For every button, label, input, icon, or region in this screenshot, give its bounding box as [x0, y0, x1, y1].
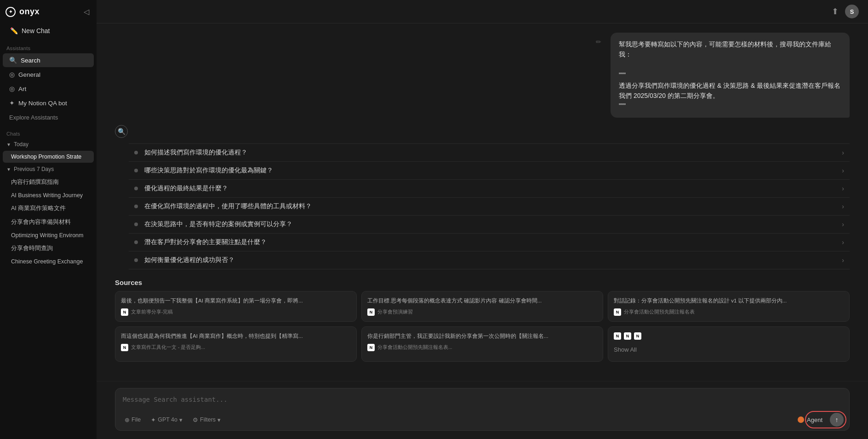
- question-item-5[interactable]: 在決策思路中，是否有特定的案例或實例可以分享？ ›: [129, 215, 850, 233]
- source-card-2[interactable]: 工作目標 思考每個段落的概念表達方式 確認影片內容 確認分享會時間... N 分…: [361, 291, 603, 322]
- questions-list: 如何描述我們寫作環境的優化過程？ › 哪些決策思路對於寫作環境的優化最為關鍵？ …: [129, 143, 850, 269]
- source-card-3[interactable]: 對話記錄：分享會活動公開預先關注報名的設計 v1 以下提供兩部分內... N 分…: [608, 291, 850, 322]
- topbar-icons: ⬆ S: [832, 5, 859, 18]
- chat-item-sharing-prep[interactable]: 分享會內容準備與材料: [3, 216, 94, 229]
- agent-toggle[interactable]: Agent: [793, 415, 827, 425]
- chat-item-chinese-greeting[interactable]: Chinese Greeting Exchange: [3, 256, 94, 268]
- source-card-1[interactable]: 最後，也順便預告一下我整個【AI 商業寫作系統】的第一場分享會，即將... N …: [115, 291, 357, 322]
- sidebar-item-art[interactable]: ◎ Art: [3, 82, 94, 96]
- question-item-4[interactable]: 在優化寫作環境的過程中，使用了哪些具體的工具或材料？ ›: [129, 197, 850, 215]
- file-button[interactable]: ⊕ File: [121, 415, 144, 425]
- chat-item-ai-business[interactable]: AI Business Writing Journey: [3, 189, 94, 201]
- chat-item-workshop[interactable]: Workshop Promotion Strate: [3, 151, 94, 163]
- chat-item-text: 分享會時間查詢: [11, 245, 53, 252]
- model-chevron-icon: ▾: [179, 416, 183, 423]
- chat-item-text: AI Business Writing Journey: [11, 192, 83, 199]
- question-dot: [134, 205, 138, 208]
- question-dot: [134, 240, 138, 244]
- question-dot: [134, 187, 138, 190]
- sidebar: ✦ onyx ◁ ✏️ New Chat Assistants 🔍 Search…: [0, 0, 97, 439]
- send-icon: ↑: [835, 416, 839, 423]
- source-card-6[interactable]: N N N Show All: [608, 326, 850, 362]
- question-item-7[interactable]: 如何衡量優化過程的成功與否？ ›: [129, 251, 850, 269]
- sidebar-header: ✦ onyx ◁: [0, 0, 97, 22]
- chat-item-text: Optimizing Writing Environm: [11, 232, 83, 239]
- show-all-label: Show All: [614, 346, 637, 353]
- question-chevron-icon: ›: [842, 185, 844, 192]
- previous-section-toggle[interactable]: ▼ Previous 7 Days: [0, 163, 97, 175]
- user-message: ✏ 幫我思考要轉寫如以下的內容，可能需要怎樣的材料後，搜尋我的文件庫給我： ""…: [611, 33, 850, 118]
- sidebar-item-label: General: [18, 71, 40, 78]
- sidebar-item-search[interactable]: 🔍 Search: [3, 53, 94, 67]
- question-chevron-icon: ›: [842, 221, 844, 228]
- question-dot: [134, 258, 138, 262]
- chat-item-content-marketing[interactable]: 內容行銷撰寫指南: [3, 176, 94, 189]
- model-selector-button[interactable]: ✦ GPT 4o ▾: [147, 415, 186, 425]
- notion-icon-2: N: [624, 332, 631, 340]
- share-icon: ⬆: [832, 7, 839, 16]
- source-card-5[interactable]: 你是行銷部門主管，我正要設計我新的分享會第一次公開時的【關注報名... N 分享…: [361, 326, 603, 362]
- sidebar-item-notion-qa[interactable]: ✦ My Notion QA bot: [3, 96, 94, 110]
- sidebar-item-general[interactable]: ◎ General: [3, 68, 94, 81]
- chats-section-label: Chats: [0, 128, 97, 138]
- question-dot: [134, 222, 138, 226]
- sidebar-item-label: Search: [21, 57, 40, 64]
- sources-label: Sources: [115, 279, 850, 286]
- sources-section: Sources 最後，也順便預告一下我整個【AI 商業寫作系統】的第一場分享會，…: [115, 279, 850, 362]
- sidebar-item-label: Art: [18, 86, 26, 92]
- question-text: 潛在客戶對於分享會的主要關注點是什麼？: [144, 238, 835, 246]
- today-section-toggle[interactable]: ▼ Today: [0, 138, 97, 150]
- file-icon: ⊕: [125, 416, 130, 423]
- source-card-4[interactable]: 而這個也就是為何我們推進【AI 商業寫作】概念時，特別也提到【精準寫... N …: [115, 326, 357, 362]
- question-chevron-icon: ›: [842, 203, 844, 210]
- chat-item-ai-commercial[interactable]: AI 商業寫作策略文件: [3, 202, 94, 215]
- notion-icon: N: [121, 344, 128, 351]
- sources-grid: 最後，也順便預告一下我整個【AI 商業寫作系統】的第一場分享會，即將... N …: [115, 291, 850, 362]
- source-card-text: 對話記錄：分享會活動公開預先關注報名的設計 v1 以下提供兩部分內...: [614, 297, 844, 305]
- input-box: ⊕ File ✦ GPT 4o ▾ ⚙ Filters ▾: [115, 388, 850, 431]
- question-item-6[interactable]: 潛在客戶對於分享會的主要關注點是什麼？ ›: [129, 233, 850, 251]
- source-card-filename: 文章寫作工具化一文 - 是否足夠...: [131, 344, 205, 351]
- notion-icon: N: [367, 308, 375, 316]
- chat-item-sharing-time[interactable]: 分享會時間查詢 ···: [3, 242, 94, 255]
- avatar-letter: S: [850, 8, 854, 15]
- question-text: 優化過程的最終結果是什麼？: [144, 184, 835, 193]
- today-chevron-icon: ▼: [6, 142, 11, 147]
- chats-section: Chats ▼ Today Workshop Promotion Strate …: [0, 128, 97, 268]
- input-toolbar-right: Agent ↑: [793, 413, 844, 427]
- chat-item-optimizing[interactable]: Optimizing Writing Environm: [3, 229, 94, 241]
- question-item-2[interactable]: 哪些決策思路對於寫作環境的優化最為關鍵？ ›: [129, 161, 850, 179]
- filters-button[interactable]: ⚙ Filters ▾: [189, 415, 224, 425]
- edit-message-button[interactable]: ✏: [596, 38, 601, 46]
- chat-item-text: 內容行銷撰寫指南: [11, 178, 59, 186]
- gpt-icon: ✦: [151, 416, 156, 423]
- share-button[interactable]: ⬆: [832, 6, 839, 17]
- collapse-sidebar-button[interactable]: ◁: [82, 6, 91, 17]
- source-card-text: 工作目標 思考每個段落的概念表達方式 確認影片內容 確認分享會時間...: [367, 297, 597, 305]
- main-panel: ⬆ S ✏ 幫我思考要轉寫如以下的內容，可能需要怎樣的材料後，搜尋我的文件庫給我…: [97, 0, 868, 439]
- show-all-button[interactable]: Show All: [614, 343, 637, 356]
- filters-icon: ⚙: [193, 416, 198, 423]
- send-button[interactable]: ↑: [830, 413, 844, 427]
- agent-label: Agent: [807, 416, 822, 423]
- notion-qa-icon: ✦: [9, 99, 15, 107]
- assistants-list: 🔍 Search ◎ General ◎ Art ✦ My Notion QA …: [0, 53, 97, 110]
- logo-icon: ✦: [6, 7, 16, 17]
- explore-label: Explore Assistants: [9, 114, 58, 121]
- input-toolbar-left: ⊕ File ✦ GPT 4o ▾ ⚙ Filters ▾: [121, 415, 224, 425]
- question-chevron-icon: ›: [842, 149, 844, 156]
- new-chat-button[interactable]: ✏️ New Chat: [5, 23, 92, 38]
- question-item-1[interactable]: 如何描述我們寫作環境的優化過程？ ›: [129, 143, 850, 161]
- question-chevron-icon: ›: [842, 167, 844, 174]
- new-chat-label: New Chat: [22, 27, 50, 34]
- question-item-3[interactable]: 優化過程的最終結果是什麼？ ›: [129, 179, 850, 197]
- explore-assistants-link[interactable]: Explore Assistants: [3, 111, 94, 124]
- message-input[interactable]: [115, 388, 849, 409]
- input-area: ⊕ File ✦ GPT 4o ▾ ⚙ Filters ▾: [97, 381, 868, 439]
- notion-icon: N: [121, 308, 128, 316]
- filters-label: Filters: [200, 416, 216, 423]
- source-card-footer: N 文章前導分享-完稿: [121, 308, 351, 316]
- topbar: ⬆ S: [97, 0, 868, 23]
- question-text: 如何描述我們寫作環境的優化過程？: [144, 148, 835, 157]
- model-label: GPT 4o: [158, 416, 177, 423]
